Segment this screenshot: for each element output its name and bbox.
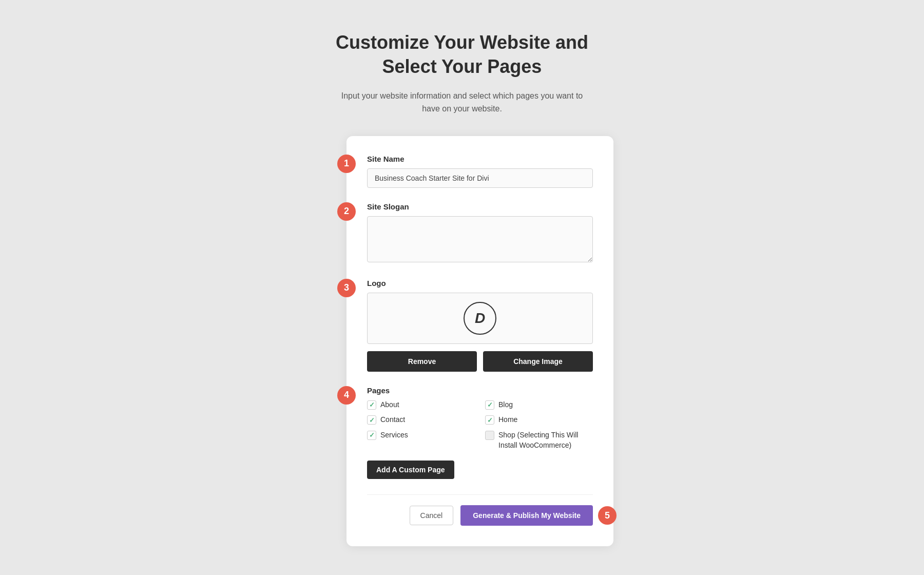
page-label-shop: Shop (Selecting This Will Install WooCom… (498, 430, 593, 450)
page-item-services[interactable]: ✓ Services (367, 430, 475, 450)
publish-wrapper: Generate & Publish My Website 5 (460, 505, 593, 526)
checkmark-services: ✓ (369, 432, 375, 438)
site-slogan-input[interactable] (367, 216, 593, 262)
remove-button[interactable]: Remove (367, 351, 477, 372)
site-name-input[interactable] (367, 168, 593, 188)
step-2-badge: 2 (337, 202, 356, 221)
page-label-home: Home (498, 415, 517, 425)
add-custom-page-button[interactable]: Add A Custom Page (367, 461, 454, 479)
pages-section: 4 Pages ✓ About ✓ Blog ✓ (367, 386, 593, 479)
cancel-button[interactable]: Cancel (410, 506, 454, 525)
page-item-contact[interactable]: ✓ Contact (367, 415, 475, 425)
generate-publish-button[interactable]: Generate & Publish My Website (460, 505, 593, 526)
logo-label: Logo (367, 279, 593, 288)
checkmark-home: ✓ (487, 417, 493, 424)
checkbox-blog[interactable]: ✓ (485, 400, 494, 410)
page-label-contact: Contact (380, 415, 405, 425)
site-slogan-section: 2 Site Slogan (367, 202, 593, 264)
step-4-badge: 4 (337, 386, 356, 405)
page-item-home[interactable]: ✓ Home (485, 415, 593, 425)
step-5-badge: 5 (598, 506, 617, 525)
checkbox-contact[interactable]: ✓ (367, 415, 376, 425)
checkbox-shop[interactable]: ✓ (485, 431, 494, 440)
page-item-about[interactable]: ✓ About (367, 400, 475, 410)
checkbox-services[interactable]: ✓ (367, 431, 376, 440)
logo-area: D (367, 293, 593, 344)
page-item-shop[interactable]: ✓ Shop (Selecting This Will Install WooC… (485, 430, 593, 450)
checkmark-contact: ✓ (369, 417, 375, 424)
logo-icon: D (464, 302, 496, 335)
pages-grid: ✓ About ✓ Blog ✓ Contact (367, 400, 593, 450)
page-label-about: About (380, 400, 399, 410)
page-subtitle: Input your website information and selec… (339, 89, 585, 116)
site-name-label: Site Name (367, 155, 593, 163)
checkmark-blog: ✓ (487, 401, 493, 408)
step-3-badge: 3 (337, 279, 356, 297)
form-footer: Cancel Generate & Publish My Website 5 (367, 494, 593, 526)
site-name-section: 1 Site Name (367, 155, 593, 188)
checkbox-about[interactable]: ✓ (367, 400, 376, 410)
pages-label: Pages (367, 386, 593, 395)
page-label-blog: Blog (498, 400, 513, 410)
logo-section: 3 Logo D Remove Change Image (367, 279, 593, 372)
step-1-badge: 1 (337, 155, 356, 173)
site-slogan-label: Site Slogan (367, 202, 593, 211)
logo-buttons: Remove Change Image (367, 351, 593, 372)
page-label-services: Services (380, 430, 408, 440)
page-title: Customize Your Website and Select Your P… (336, 31, 588, 79)
checkbox-home[interactable]: ✓ (485, 415, 494, 425)
checkmark-about: ✓ (369, 401, 375, 408)
change-image-button[interactable]: Change Image (483, 351, 593, 372)
form-card: 1 Site Name 2 Site Slogan 3 Logo D Remov… (346, 136, 613, 546)
page-item-blog[interactable]: ✓ Blog (485, 400, 593, 410)
